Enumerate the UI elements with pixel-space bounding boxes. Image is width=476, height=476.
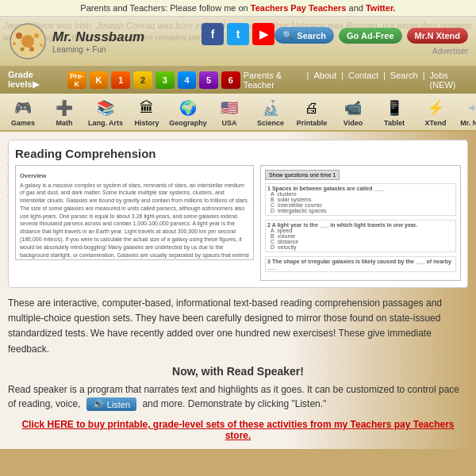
question-3: 3 The shape of irregular galaxies is lik… xyxy=(265,256,456,272)
grade-2-button[interactable]: 2 xyxy=(133,71,152,89)
contact-link[interactable]: Contact xyxy=(348,71,378,90)
svg-point-7 xyxy=(40,44,43,47)
adfree-button[interactable]: Go Ad-Free xyxy=(339,28,402,44)
category-lang-arts[interactable]: 📚 Lang. Arts xyxy=(87,97,124,127)
category-history[interactable]: 🏛 History xyxy=(129,97,165,127)
logo-name: Mr. Nussbaum xyxy=(52,29,144,45)
svg-point-1 xyxy=(21,35,34,48)
header: James Joyce was Irish. Joseph Conrad was… xyxy=(0,17,476,66)
app-icon: 📲 xyxy=(464,97,476,119)
grade-prek-button[interactable]: Pre-K xyxy=(67,71,86,89)
content-area: English, and Irish, but Joyce was Irish.… xyxy=(0,132,476,449)
lang-arts-icon: 📚 xyxy=(93,97,118,119)
tpt-link[interactable]: Teachers Pay Teachers xyxy=(251,3,347,13)
passage-heading-overview: Overview xyxy=(20,172,249,181)
grade-bar: Grade levels▶ Pre-K K 1 2 3 4 5 6 Parent… xyxy=(0,66,476,94)
search-link[interactable]: Search xyxy=(390,71,418,90)
category-printable[interactable]: 🖨 Printable xyxy=(294,97,330,127)
main-content: Reading Comprehension Overview A galaxy … xyxy=(0,132,476,449)
rc-title: Reading Comprehension xyxy=(15,147,461,160)
svg-point-2 xyxy=(16,33,22,39)
usa-icon: 🇺🇸 xyxy=(217,97,242,119)
twitter-link[interactable]: Twitter. xyxy=(366,3,396,13)
svg-point-5 xyxy=(21,48,25,52)
question-1: 1 Spaces in between galaxies are called … xyxy=(265,183,456,216)
category-usa[interactable]: 🇺🇸 USA xyxy=(211,97,248,127)
category-video[interactable]: 📹 Video xyxy=(335,97,371,127)
facebook-button[interactable]: f xyxy=(202,23,224,45)
search-button[interactable]: 🔍 Search xyxy=(274,27,334,44)
twitter-button[interactable]: t xyxy=(227,23,249,45)
xtend-button[interactable]: Mr.N Xtend xyxy=(407,28,468,44)
question-2: 2 A light year is the ___ in which light… xyxy=(265,220,456,252)
grade-1-button[interactable]: 1 xyxy=(111,71,130,89)
youtube-button[interactable]: ▶ xyxy=(252,23,274,45)
social-icons: f t ▶ xyxy=(202,23,274,45)
advertiser-label: Advertiser xyxy=(432,47,468,56)
svg-point-6 xyxy=(13,42,16,45)
grade-k-button[interactable]: K xyxy=(90,71,109,89)
read-speaker-section: Now, with Read Speaker! Read speaker is … xyxy=(8,365,468,411)
history-icon: 🏛 xyxy=(134,97,159,119)
category-math[interactable]: ➕ Math xyxy=(46,97,83,127)
passage-text-1: A galaxy is a massive complex or system … xyxy=(20,182,249,261)
science-icon: 🔬 xyxy=(258,97,283,119)
category-mr-n-app[interactable]: 📲 Mr. N App xyxy=(459,97,476,127)
nav-links: Parents & Teacher | About | Contact | Se… xyxy=(244,71,468,90)
grade-4-button[interactable]: 4 xyxy=(178,71,197,89)
header-buttons: 🔍 Search Go Ad-Free Mr.N Xtend xyxy=(274,27,468,44)
rc-passage: Overview A galaxy is a massive complex o… xyxy=(15,165,254,260)
read-speaker-text: Read speaker is a program that narrates … xyxy=(8,382,468,411)
banner-text: Parents and Teachers: Please follow me o… xyxy=(80,3,395,13)
rc-box: Reading Comprehension Overview A galaxy … xyxy=(8,140,468,288)
jobs-link[interactable]: Jobs (NEW) xyxy=(430,71,468,90)
category-science[interactable]: 🔬 Science xyxy=(252,97,289,127)
rc-preview: Overview A galaxy is a massive complex o… xyxy=(15,165,461,281)
grade-6-button[interactable]: 6 xyxy=(221,71,240,89)
logo-tagline: Learning + Fun xyxy=(52,45,144,54)
category-games[interactable]: 🎮 Games xyxy=(5,97,41,127)
geography-icon: 🌍 xyxy=(175,97,201,119)
games-icon: 🎮 xyxy=(10,97,36,119)
grade-label: Grade levels▶ xyxy=(8,70,61,90)
svg-point-3 xyxy=(34,33,39,38)
math-icon: ➕ xyxy=(52,97,77,119)
logo-area[interactable]: Mr. Nussbaum Learning + Fun xyxy=(8,21,144,61)
grade-5-button[interactable]: 5 xyxy=(199,71,218,89)
category-nav: 🎮 Games ➕ Math 📚 Lang. Arts 🏛 History 🌍 … xyxy=(0,94,476,132)
top-banner: Parents and Teachers: Please follow me o… xyxy=(0,0,476,17)
printable-icon: 🖨 xyxy=(299,97,324,119)
header-right: 🔍 Search Go Ad-Free Mr.N Xtend Advertise… xyxy=(274,27,468,56)
description: These are interactive, computer-based, i… xyxy=(8,296,468,357)
parents-teacher-link[interactable]: Parents & Teacher xyxy=(244,71,302,90)
video-icon: 📹 xyxy=(340,97,366,119)
tablet-icon: 📱 xyxy=(382,97,407,119)
speaker-icon: 🔊 xyxy=(93,399,104,409)
xtend-icon: ⚡ xyxy=(423,97,448,119)
listen-button[interactable]: 🔊 Listen xyxy=(86,397,136,411)
cta-text[interactable]: Click HERE to buy printable, grade-level… xyxy=(8,419,468,441)
category-tablet[interactable]: 📱 Tablet xyxy=(376,97,413,127)
category-xtend[interactable]: ⚡ XTend xyxy=(417,97,454,127)
logo-icon xyxy=(8,21,48,61)
rc-questions: Show questions one time 1 1 Spaces in be… xyxy=(260,165,461,281)
category-geography[interactable]: 🌍 Geography xyxy=(170,97,206,127)
svg-point-4 xyxy=(29,47,34,52)
about-link[interactable]: About xyxy=(313,71,336,90)
show-questions-button[interactable]: Show questions one time 1 xyxy=(265,170,340,180)
search-icon: 🔍 xyxy=(282,30,294,40)
read-speaker-title: Now, with Read Speaker! xyxy=(8,365,468,378)
grade-3-button[interactable]: 3 xyxy=(155,71,175,89)
